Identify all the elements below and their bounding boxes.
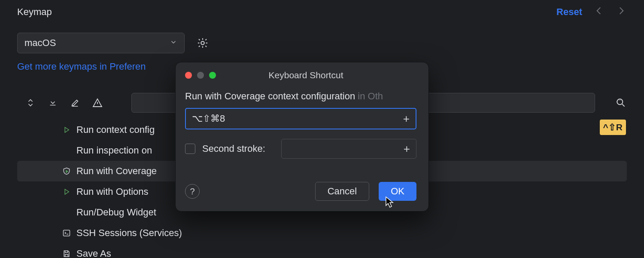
warning-icon[interactable] — [92, 97, 103, 108]
dialog-footer: ? Cancel OK — [185, 182, 416, 201]
play-icon — [62, 126, 71, 134]
action-description: Run with Coverage context configuration … — [185, 91, 416, 102]
chevron-down-icon — [170, 37, 177, 49]
tree-row-label: SSH Sessions (Services) — [76, 227, 182, 239]
expand-collapse-icon[interactable] — [25, 97, 36, 108]
action-name: Run with Coverage context configuration — [185, 91, 355, 101]
tree-row[interactable]: SSH Sessions (Services) — [17, 223, 627, 243]
tree-row[interactable]: Save As — [17, 243, 627, 258]
action-path: in Oth — [355, 91, 383, 101]
second-stroke-row: Second stroke: + — [185, 139, 416, 159]
keymap-select[interactable]: macOS — [17, 33, 185, 53]
header-actions: Reset — [556, 5, 627, 19]
second-stroke-checkbox[interactable] — [185, 144, 195, 154]
terminal-icon — [62, 229, 71, 237]
collapse-all-icon[interactable] — [47, 97, 58, 108]
svg-point-0 — [201, 41, 204, 44]
svg-point-1 — [617, 99, 623, 104]
first-stroke-field[interactable]: ⌥⇧⌘8 + — [185, 108, 416, 129]
keymap-selector-row: macOS — [0, 24, 644, 53]
nav-forward-icon[interactable] — [616, 5, 627, 19]
tree-row-label: Run with Coverage — [76, 166, 157, 177]
dialog-title: Keyboard Shortcut — [195, 70, 416, 80]
find-action-icon[interactable] — [615, 97, 627, 109]
cancel-button[interactable]: Cancel — [315, 182, 369, 201]
reset-link[interactable]: Reset — [556, 6, 582, 18]
keyboard-shortcut-dialog: Keyboard Shortcut Run with Coverage cont… — [175, 62, 429, 212]
shield-icon — [62, 167, 71, 175]
tree-row-label: Run context config — [76, 124, 155, 135]
tree-row-label: Run inspection on — [76, 145, 152, 156]
tree-row-label: Save As — [76, 248, 111, 258]
keymap-select-value: macOS — [24, 37, 56, 49]
page-header: Keymap Reset — [0, 0, 644, 24]
edit-icon[interactable] — [70, 97, 81, 108]
ok-button[interactable]: OK — [379, 182, 416, 201]
shortcut-badge: ^⇧R — [600, 120, 626, 135]
tree-row-label: Run with Options — [76, 186, 149, 197]
second-stroke-label: Second stroke: — [202, 143, 265, 154]
nav-back-icon[interactable] — [593, 5, 605, 19]
add-stroke-icon[interactable]: + — [403, 112, 410, 126]
dialog-titlebar: Keyboard Shortcut — [185, 70, 416, 80]
add-stroke-icon[interactable]: + — [404, 142, 410, 156]
dialog-buttons: Cancel OK — [315, 182, 416, 201]
play-icon — [62, 188, 71, 196]
save-icon — [62, 249, 71, 258]
page-title: Keymap — [17, 6, 52, 18]
close-window-icon[interactable] — [185, 72, 192, 79]
svg-rect-2 — [64, 230, 70, 236]
tree-row-label: Run/Debug Widget — [76, 207, 156, 218]
second-stroke-field[interactable]: + — [281, 139, 416, 159]
help-icon[interactable]: ? — [185, 184, 200, 199]
first-stroke-value: ⌥⇧⌘8 — [192, 113, 225, 124]
gear-icon[interactable] — [195, 35, 210, 51]
